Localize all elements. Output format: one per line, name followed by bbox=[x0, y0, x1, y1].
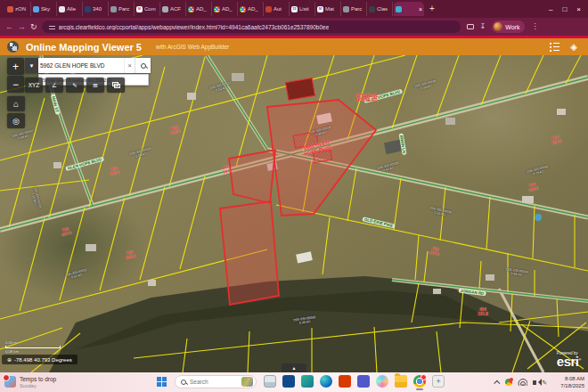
tray-chrome-icon[interactable] bbox=[505, 379, 512, 386]
forward-icon[interactable]: → bbox=[18, 23, 26, 31]
weather-icon bbox=[4, 376, 16, 388]
my-location-button[interactable]: ◎ bbox=[7, 113, 25, 128]
search-clear-icon[interactable]: × bbox=[124, 58, 135, 73]
coordinates-tool-button[interactable]: XYZ bbox=[25, 78, 43, 93]
browser-tab[interactable]: Parc bbox=[341, 2, 367, 16]
hidden-icons-chevron[interactable] bbox=[494, 380, 500, 386]
browser-tab[interactable]: Aut bbox=[264, 2, 290, 16]
clock[interactable]: 8:08 AM 7/18/2025 bbox=[560, 375, 584, 389]
minimize-button[interactable]: – bbox=[549, 5, 552, 13]
tab-label: ACF bbox=[170, 6, 181, 12]
profile-chip[interactable]: Work bbox=[492, 20, 525, 33]
tab-label: Parc bbox=[118, 6, 129, 12]
search-source-dropdown[interactable]: ▼ bbox=[25, 58, 38, 73]
screen: zONSkyAlle340ParcMComACFAD_AD_AD_Aut11Li… bbox=[0, 0, 588, 392]
tab-favicon: M bbox=[317, 6, 323, 12]
search-icon bbox=[181, 380, 186, 385]
browser-tab-active[interactable]: × bbox=[394, 2, 424, 16]
pen-icon[interactable]: ✎ bbox=[542, 380, 547, 386]
layers-icon[interactable]: ◈ bbox=[570, 43, 577, 52]
maximize-button[interactable]: □ bbox=[562, 5, 567, 13]
taskbar-search-placeholder: Search bbox=[190, 379, 238, 385]
browser-tab[interactable]: Alle bbox=[57, 2, 83, 16]
wifi-icon[interactable] bbox=[518, 379, 527, 386]
chrome-icon[interactable] bbox=[413, 375, 426, 388]
back-icon[interactable]: ← bbox=[5, 23, 13, 31]
header-actions: ◈ bbox=[550, 43, 581, 52]
tab-favicon bbox=[214, 6, 220, 12]
devices-icon[interactable] bbox=[467, 24, 474, 29]
tab-favicon: M bbox=[136, 6, 143, 12]
reload-icon[interactable]: ↻ bbox=[30, 23, 37, 31]
attribute-table-opener[interactable]: ▲ bbox=[282, 363, 306, 372]
search-input[interactable] bbox=[38, 58, 124, 73]
office-icon[interactable] bbox=[339, 375, 351, 388]
browser-tab[interactable]: MMat bbox=[315, 2, 341, 16]
browser-tab[interactable]: 11Listi bbox=[290, 2, 315, 16]
tabs-container: zONSkyAlle340ParcMComACFAD_AD_AD_Aut11Li… bbox=[5, 0, 424, 18]
weather-widget[interactable]: Temps to drop Sunday bbox=[0, 376, 56, 388]
new-tab-button[interactable]: + bbox=[429, 4, 435, 13]
site-info-icon[interactable] bbox=[49, 24, 55, 30]
volume-icon[interactable] bbox=[533, 380, 536, 385]
coordinate-widget: ⊕ -78.498 40.793 Degrees bbox=[2, 355, 78, 364]
legend-icon[interactable] bbox=[550, 43, 559, 51]
sharepoint-icon[interactable] bbox=[301, 375, 314, 388]
tab-label: Com bbox=[144, 6, 156, 12]
scale-miles: 0.05 mi bbox=[5, 340, 61, 345]
tab-favicon bbox=[188, 6, 194, 12]
url-bar[interactable]: arcgis.clearfieldco.org/ccportal/apps/we… bbox=[42, 20, 461, 33]
tab-favicon bbox=[396, 6, 402, 12]
browser-tab[interactable]: AD_ bbox=[238, 2, 264, 16]
taskbar-apps bbox=[264, 375, 445, 388]
windows-start-icon[interactable] bbox=[157, 377, 167, 388]
browser-tab[interactable]: Sky bbox=[31, 2, 57, 16]
map-widgets: + − ⌂ ◎ ▼ × Show search results for 5962… bbox=[0, 55, 588, 372]
browser-tab[interactable]: zON bbox=[5, 2, 31, 16]
tab-favicon bbox=[265, 6, 272, 12]
profile-label: Work bbox=[505, 24, 519, 30]
taskbar-search-box[interactable]: Search bbox=[175, 375, 257, 388]
teams-icon[interactable] bbox=[357, 375, 370, 388]
measure-tool-button[interactable]: ∠ bbox=[45, 78, 63, 93]
desktop-app-icon[interactable] bbox=[264, 375, 276, 388]
basemap-gallery-tool-button[interactable] bbox=[107, 78, 125, 93]
download-icon[interactable]: ↧ bbox=[480, 23, 486, 30]
tab-label: AD_ bbox=[196, 6, 207, 12]
snipping-tool-icon[interactable] bbox=[432, 375, 445, 388]
weather-subtext: Sunday bbox=[20, 383, 56, 389]
scale-bar: 0.05 mi 0.08 km bbox=[5, 340, 61, 354]
esri-brand: esri® bbox=[557, 355, 581, 368]
tab-label: Sky bbox=[41, 6, 50, 12]
search-button[interactable] bbox=[135, 58, 151, 73]
map-canvas[interactable]: MAIN STGLEN HOPE BLVDGLEN HOPE BLVDOLD E… bbox=[0, 55, 588, 372]
tab-label: Mat bbox=[325, 6, 334, 12]
browser-menu-icon[interactable]: ⋮ bbox=[531, 23, 538, 30]
outlook-icon[interactable] bbox=[282, 375, 295, 388]
system-tray: ✎ bbox=[495, 372, 547, 392]
windows-taskbar: Temps to drop Sunday Search ✎ 8:08 AM 7/… bbox=[0, 372, 588, 392]
crosshair-icon[interactable]: ⊕ bbox=[7, 356, 12, 363]
browser-tab[interactable]: AD_ bbox=[212, 2, 238, 16]
tab-favicon bbox=[85, 6, 91, 12]
copilot-icon[interactable] bbox=[376, 375, 388, 388]
browser-tab[interactable]: MCom bbox=[135, 2, 160, 16]
browser-tab[interactable]: Clas bbox=[367, 2, 393, 16]
browser-tab[interactable]: ACF bbox=[160, 2, 186, 16]
home-extent-button[interactable]: ⌂ bbox=[7, 96, 25, 111]
browser-tab[interactable]: AD_ bbox=[186, 2, 212, 16]
file-explorer-icon[interactable] bbox=[395, 375, 407, 388]
browser-tab[interactable]: Parc bbox=[109, 2, 135, 16]
tab-close-icon[interactable]: × bbox=[419, 6, 422, 12]
print-tool-button[interactable]: ⊞ bbox=[86, 78, 104, 93]
tab-label: 340 bbox=[93, 6, 102, 12]
zoom-out-button[interactable]: − bbox=[7, 76, 24, 93]
edge-icon[interactable] bbox=[320, 375, 332, 388]
close-button[interactable]: × bbox=[576, 5, 581, 13]
map-search-widget: ▼ × bbox=[25, 58, 151, 73]
tab-label: AD_ bbox=[222, 6, 233, 12]
tab-favicon bbox=[110, 6, 117, 12]
draw-tool-button[interactable]: ✎ bbox=[66, 78, 84, 93]
zoom-in-button[interactable]: + bbox=[7, 58, 24, 75]
browser-tab[interactable]: 340 bbox=[83, 2, 109, 16]
